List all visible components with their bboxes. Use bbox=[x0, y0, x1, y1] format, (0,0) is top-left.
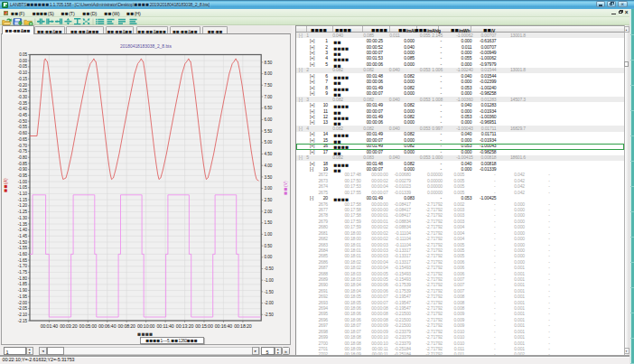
svg-text:-0.10: -0.10 bbox=[18, 70, 28, 75]
svg-text:3.50: 3.50 bbox=[264, 175, 272, 180]
svg-text:00:13:20: 00:13:20 bbox=[176, 323, 194, 329]
svg-text:-0.50: -0.50 bbox=[18, 119, 28, 124]
svg-text:6.00: 6.00 bbox=[264, 117, 272, 122]
svg-text:-1.05: -1.05 bbox=[18, 185, 28, 190]
svg-text:-1.50: -1.50 bbox=[18, 240, 28, 245]
svg-text:-1.75: -1.75 bbox=[18, 270, 28, 275]
svg-text:-1.90: -1.90 bbox=[18, 288, 28, 293]
svg-text:-1.85: -1.85 bbox=[18, 282, 28, 286]
svg-text:-0.60: -0.60 bbox=[18, 131, 28, 135]
svg-text:-1.10: -1.10 bbox=[18, 191, 28, 196]
svg-text:00:08:20: 00:08:20 bbox=[117, 323, 135, 329]
svg-text:4.50: 4.50 bbox=[264, 152, 272, 156]
svg-text:8.00: 8.00 bbox=[264, 71, 272, 76]
svg-text:-0.50: -0.50 bbox=[264, 266, 274, 271]
svg-text:-1.60: -1.60 bbox=[18, 252, 28, 257]
svg-text:-0.85: -0.85 bbox=[18, 162, 28, 166]
svg-text:-0.45: -0.45 bbox=[18, 113, 28, 117]
svg-text:0.00: 0.00 bbox=[19, 59, 27, 63]
svg-text:00:18:20: 00:18:20 bbox=[234, 323, 252, 329]
svg-text:-1.20: -1.20 bbox=[18, 203, 28, 208]
svg-text:-0.20: -0.20 bbox=[18, 83, 28, 88]
svg-text:2.00: 2.00 bbox=[264, 210, 272, 214]
svg-text:00:15:00: 00:15:00 bbox=[195, 323, 213, 329]
svg-text:-1.45: -1.45 bbox=[18, 234, 28, 238]
svg-text:00:03:20: 00:03:20 bbox=[60, 323, 78, 329]
svg-text:0.50: 0.50 bbox=[264, 244, 272, 248]
svg-text:2.50: 2.50 bbox=[264, 198, 272, 202]
svg-text:6.50: 6.50 bbox=[264, 106, 272, 110]
svg-text:00:10:00: 00:10:00 bbox=[137, 323, 155, 329]
svg-text:-1.80: -1.80 bbox=[18, 276, 28, 281]
svg-text:-0.80: -0.80 bbox=[18, 155, 28, 160]
svg-text:-1.35: -1.35 bbox=[18, 222, 28, 227]
svg-text:-0.65: -0.65 bbox=[18, 137, 28, 142]
svg-text:-0.05: -0.05 bbox=[18, 64, 28, 69]
svg-text:■■(A): ■■(A) bbox=[2, 178, 8, 192]
svg-text:00:06:40: 00:06:40 bbox=[98, 323, 117, 329]
svg-text:-0.55: -0.55 bbox=[18, 125, 28, 129]
svg-text:00:11:40: 00:11:40 bbox=[157, 323, 174, 329]
svg-text:1.50: 1.50 bbox=[264, 220, 272, 225]
svg-text:-1.40: -1.40 bbox=[18, 228, 28, 232]
svg-text:■■■■: ■■■■ bbox=[137, 331, 153, 337]
svg-text:8.50: 8.50 bbox=[264, 61, 272, 65]
svg-text:-2.05: -2.05 bbox=[18, 306, 28, 311]
svg-text:-1.65: -1.65 bbox=[18, 258, 28, 263]
svg-text:20180418183038_2_8.bts: 20180418183038_2_8.bts bbox=[120, 44, 172, 49]
svg-text:-2.10: -2.10 bbox=[18, 313, 28, 317]
svg-text:-0.75: -0.75 bbox=[18, 149, 28, 154]
svg-text:00:05:00: 00:05:00 bbox=[79, 323, 98, 329]
svg-text:-0.95: -0.95 bbox=[18, 173, 28, 178]
svg-text:-0.40: -0.40 bbox=[18, 107, 28, 111]
svg-text:-1.55: -1.55 bbox=[18, 246, 28, 250]
svg-text:-0.15: -0.15 bbox=[18, 77, 28, 81]
svg-text:5.00: 5.00 bbox=[264, 140, 272, 145]
svg-text:-1.15: -1.15 bbox=[18, 198, 28, 202]
svg-text:-0.30: -0.30 bbox=[18, 95, 28, 99]
svg-text:0.00: 0.00 bbox=[264, 255, 272, 259]
svg-text:0.05: 0.05 bbox=[19, 52, 27, 57]
svg-text:-1.30: -1.30 bbox=[18, 216, 28, 220]
svg-text:1.00: 1.00 bbox=[264, 232, 272, 237]
svg-text:00:16:40: 00:16:40 bbox=[215, 323, 233, 329]
svg-text:-0.25: -0.25 bbox=[18, 89, 28, 93]
svg-text:3.00: 3.00 bbox=[264, 186, 272, 191]
svg-text:7.00: 7.00 bbox=[264, 95, 272, 99]
svg-text:-0.90: -0.90 bbox=[18, 167, 28, 172]
svg-text:■■(V): ■■(V) bbox=[282, 181, 288, 195]
svg-text:-0.35: -0.35 bbox=[18, 101, 28, 106]
svg-text:-1.70: -1.70 bbox=[18, 264, 28, 268]
svg-text:4.00: 4.00 bbox=[264, 163, 272, 168]
svg-text:-2.00: -2.00 bbox=[264, 301, 274, 305]
svg-text:-1.25: -1.25 bbox=[18, 210, 28, 214]
svg-text:-0.70: -0.70 bbox=[18, 144, 28, 148]
svg-text:5.50: 5.50 bbox=[264, 129, 272, 134]
svg-text:-2.15: -2.15 bbox=[18, 319, 28, 323]
svg-text:-1.50: -1.50 bbox=[264, 290, 274, 294]
svg-text:-2.50: -2.50 bbox=[264, 313, 274, 317]
svg-text:-1.95: -1.95 bbox=[18, 294, 28, 299]
svg-text:-2.00: -2.00 bbox=[18, 301, 28, 305]
svg-text:00:01:40: 00:01:40 bbox=[41, 323, 59, 329]
svg-text:7.50: 7.50 bbox=[264, 83, 272, 88]
svg-text:-1.00: -1.00 bbox=[264, 278, 274, 283]
svg-text:-1.00: -1.00 bbox=[18, 180, 28, 184]
